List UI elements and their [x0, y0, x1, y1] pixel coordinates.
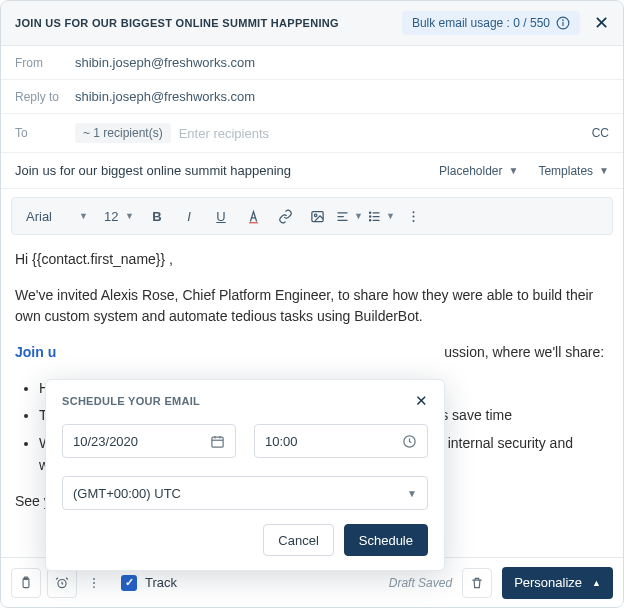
- clipboard-button[interactable]: [11, 568, 41, 598]
- bulk-email-usage-pill: Bulk email usage : 0 / 550: [402, 11, 580, 35]
- close-icon[interactable]: ✕: [415, 393, 428, 408]
- font-family-select[interactable]: Arial ▼: [18, 202, 96, 230]
- schedule-trigger-button[interactable]: [47, 568, 77, 598]
- align-icon: [335, 209, 350, 224]
- cancel-button[interactable]: Cancel: [263, 524, 333, 556]
- join-link[interactable]: Join u: [15, 344, 56, 360]
- font-size-select[interactable]: 12 ▼: [98, 202, 140, 230]
- track-label: Track: [145, 575, 177, 590]
- bold-button[interactable]: B: [142, 202, 172, 230]
- reply-to-value: shibin.joseph@freshworks.com: [75, 89, 255, 104]
- font-name: Arial: [26, 209, 52, 224]
- from-value: shibin.joseph@freshworks.com: [75, 55, 255, 70]
- subject-input[interactable]: Join us for our biggest online summit ha…: [15, 163, 419, 178]
- recipient-count-pill[interactable]: ~ 1 recipient(s): [75, 123, 171, 143]
- body-greeting: Hi {{contact.first_name}} ,: [15, 249, 609, 271]
- body-para2: Join uussion, where we'll share:: [15, 342, 609, 364]
- alarm-clock-icon: [55, 576, 69, 590]
- font-size: 12: [104, 209, 118, 224]
- svg-point-15: [412, 211, 414, 213]
- clipboard-icon: [19, 576, 33, 590]
- editor-toolbar: Arial ▼ 12 ▼ B I U ▼: [11, 197, 613, 235]
- close-icon[interactable]: ✕: [594, 14, 609, 32]
- personalize-button[interactable]: Personalize ▲: [502, 567, 613, 599]
- delete-button[interactable]: [462, 568, 492, 598]
- schedule-email-popover: SCHEDULE YOUR EMAIL ✕ 10/23/2020 10:00 (…: [45, 379, 445, 571]
- bulk-email-composer: JOIN US FOR OUR BIGGEST ONLINE SUMMIT HA…: [0, 0, 624, 608]
- chevron-up-icon: ▲: [592, 578, 601, 588]
- recipients-input[interactable]: Enter recipients: [179, 126, 269, 141]
- more-button[interactable]: [398, 202, 428, 230]
- schedule-time-input[interactable]: 10:00: [254, 424, 428, 458]
- chevron-down-icon: ▼: [407, 488, 417, 499]
- chevron-down-icon: ▼: [354, 211, 363, 221]
- svg-point-27: [93, 582, 95, 584]
- chevron-down-icon: ▼: [79, 211, 88, 221]
- para2-visible-tail: ussion, where we'll share:: [444, 344, 604, 360]
- link-icon: [278, 209, 293, 224]
- from-label: From: [15, 56, 75, 70]
- templates-dd-label: Templates: [538, 164, 593, 178]
- body-para1: We've invited Alexis Rose, Chief Platfor…: [15, 285, 609, 328]
- chevron-down-icon: ▼: [386, 211, 395, 221]
- usage-text: Bulk email usage : 0 / 550: [412, 16, 550, 30]
- composer-header: JOIN US FOR OUR BIGGEST ONLINE SUMMIT HA…: [1, 1, 623, 46]
- placeholder-dropdown[interactable]: Placeholder ▼: [439, 164, 518, 178]
- to-row[interactable]: To ~ 1 recipient(s) Enter recipients CC: [1, 114, 623, 153]
- info-icon[interactable]: [556, 16, 570, 30]
- date-value: 10/23/2020: [73, 434, 138, 449]
- image-button[interactable]: [302, 202, 332, 230]
- underline-button[interactable]: U: [206, 202, 236, 230]
- chevron-down-icon: ▼: [508, 165, 518, 176]
- clock-icon: [402, 434, 417, 449]
- svg-point-26: [93, 577, 95, 579]
- timezone-value: (GMT+00:00) UTC: [73, 486, 181, 501]
- draft-saved-text: Draft Saved: [389, 576, 452, 590]
- track-checkbox[interactable]: [121, 575, 137, 591]
- chevron-down-icon: ▼: [599, 165, 609, 176]
- link-button[interactable]: [270, 202, 300, 230]
- chevron-down-icon: ▼: [125, 211, 134, 221]
- more-icon: [406, 209, 421, 224]
- more-options-button[interactable]: [83, 568, 105, 598]
- to-label: To: [15, 126, 75, 140]
- list-icon: [367, 209, 382, 224]
- svg-point-12: [370, 212, 371, 213]
- svg-point-17: [412, 219, 414, 221]
- svg-point-16: [412, 215, 414, 217]
- reply-to-row: Reply to shibin.joseph@freshworks.com: [1, 80, 623, 114]
- cc-button[interactable]: CC: [592, 126, 609, 140]
- subject-row: Join us for our biggest online summit ha…: [1, 153, 623, 189]
- svg-point-13: [370, 215, 371, 216]
- schedule-button[interactable]: Schedule: [344, 524, 428, 556]
- text-color-icon: [246, 209, 261, 224]
- trash-icon: [470, 576, 484, 590]
- schedule-date-input[interactable]: 10/23/2020: [62, 424, 236, 458]
- svg-rect-3: [249, 222, 258, 223]
- placeholder-dd-label: Placeholder: [439, 164, 502, 178]
- calendar-icon: [210, 434, 225, 449]
- image-icon: [310, 209, 325, 224]
- svg-point-5: [314, 214, 317, 217]
- personalize-label: Personalize: [514, 575, 582, 590]
- schedule-title: SCHEDULE YOUR EMAIL: [62, 395, 200, 407]
- svg-point-14: [370, 219, 371, 220]
- from-row: From shibin.joseph@freshworks.com: [1, 46, 623, 80]
- schedule-timezone-select[interactable]: (GMT+00:00) UTC ▼: [62, 476, 428, 510]
- italic-button[interactable]: I: [174, 202, 204, 230]
- list-button[interactable]: ▼: [366, 202, 396, 230]
- svg-point-2: [563, 20, 564, 21]
- header-title: JOIN US FOR OUR BIGGEST ONLINE SUMMIT HA…: [15, 17, 339, 29]
- svg-rect-18: [212, 437, 223, 447]
- align-button[interactable]: ▼: [334, 202, 364, 230]
- templates-dropdown[interactable]: Templates ▼: [538, 164, 609, 178]
- text-color-button[interactable]: [238, 202, 268, 230]
- time-value: 10:00: [265, 434, 298, 449]
- svg-point-28: [93, 586, 95, 588]
- reply-to-label: Reply to: [15, 90, 75, 104]
- more-icon: [87, 576, 101, 590]
